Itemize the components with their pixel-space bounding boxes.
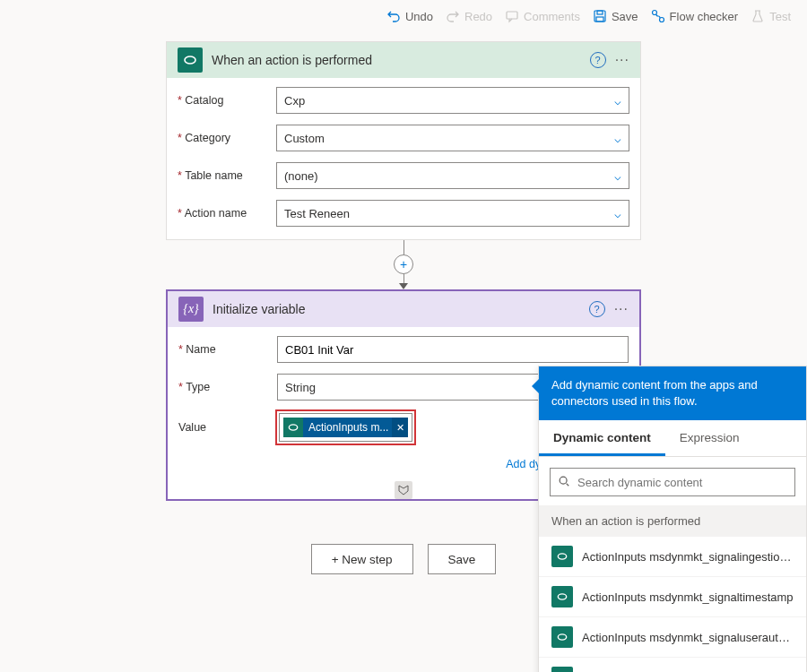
help-icon[interactable]: ? — [589, 301, 605, 317]
table-label: Table name — [178, 169, 276, 182]
dcp-item-label: ActionInputs msdynmkt_signaltimestamp — [582, 590, 794, 604]
svg-rect-2 — [597, 11, 603, 14]
dynamic-content-panel: Add dynamic content from the apps and co… — [538, 366, 807, 672]
dcp-item-label: ActionInputs msdynmkt_signaluserauthid — [582, 631, 794, 644]
dcp-item[interactable]: ActionInputs msdynmkt_signaluserauthid — [539, 617, 806, 658]
catalog-dropdown[interactable]: Cxp⌵ — [276, 87, 629, 114]
dcp-items: ActionInputs msdynmkt_signalingestiontim… — [539, 537, 806, 672]
arrow-down-icon — [399, 283, 408, 289]
dcp-item[interactable]: ActionInputs msdynmkt_signaltimestamp — [539, 577, 806, 617]
action-value: Test Reneen — [284, 207, 350, 220]
save-flow-button[interactable]: Save — [428, 544, 497, 574]
redo-button[interactable]: Redo — [446, 9, 492, 23]
trigger-card[interactable]: When an action is performed ? ··· Catalo… — [166, 41, 641, 240]
value-input[interactable]: ActionInputs m... ✕ — [279, 413, 412, 442]
dcp-header: Add dynamic content from the apps and co… — [539, 366, 806, 420]
more-icon[interactable]: ··· — [614, 301, 629, 317]
svg-point-4 — [652, 11, 656, 15]
flowchecker-icon — [651, 9, 665, 23]
connector-line — [404, 240, 404, 254]
dataverse-icon — [551, 586, 573, 607]
dataverse-icon — [551, 667, 573, 672]
flowchecker-label: Flow checker — [670, 10, 739, 23]
tab-dynamic-content[interactable]: Dynamic content — [539, 420, 665, 456]
tab-expression[interactable]: Expression — [665, 420, 754, 456]
table-value: (none) — [284, 169, 318, 183]
redo-label: Redo — [464, 10, 492, 23]
chevron-down-icon: ⌵ — [614, 169, 621, 183]
test-icon — [751, 9, 765, 23]
save-label: Save — [612, 10, 638, 23]
catalog-value: Cxp — [284, 94, 305, 108]
new-step-button[interactable]: + New step — [311, 544, 413, 574]
comments-label: Comments — [524, 10, 580, 23]
insert-step-button[interactable]: + — [394, 254, 413, 274]
dcp-item[interactable]: ActionInputs msdynmkt_signalingestiontim… — [539, 537, 806, 577]
comments-button[interactable]: Comments — [505, 9, 580, 23]
initvar-header[interactable]: {x} Initialize variable ? ··· — [168, 291, 639, 327]
flowchecker-button[interactable]: Flow checker — [651, 9, 739, 23]
redo-icon — [446, 9, 460, 23]
dcp-item[interactable]: ActionInputs msdynmkt_profileid — [539, 658, 806, 672]
value-label: Value — [178, 421, 277, 434]
chevron-down-icon: ⌵ — [614, 207, 621, 220]
dynamic-token[interactable]: ActionInputs m... ✕ — [283, 418, 408, 437]
dcp-tabs: Dynamic content Expression — [539, 420, 806, 457]
svg-point-5 — [659, 18, 664, 22]
trigger-title: When an action is performed — [203, 53, 590, 67]
search-icon — [558, 475, 570, 490]
chevron-down-icon: ⌵ — [614, 132, 621, 145]
name-label: Name — [178, 343, 277, 356]
svg-rect-0 — [507, 12, 517, 19]
dcp-item-label: ActionInputs msdynmkt_signalingestiontim… — [582, 550, 794, 564]
variable-icon: {x} — [178, 297, 204, 322]
type-value: String — [285, 381, 316, 394]
new-step-label: + New step — [332, 553, 393, 566]
category-value: Custom — [284, 132, 325, 145]
name-input[interactable] — [277, 336, 629, 363]
action-label: Action name — [178, 207, 276, 220]
dcp-section-header: When an action is performed — [539, 505, 806, 537]
table-dropdown[interactable]: (none)⌵ — [276, 162, 629, 189]
trigger-header[interactable]: When an action is performed ? ··· — [167, 42, 640, 78]
hint-icon — [395, 481, 412, 499]
undo-button[interactable]: Undo — [386, 9, 433, 23]
svg-point-6 — [560, 477, 567, 484]
top-toolbar: Undo Redo Comments Save Flow checker Tes… — [386, 4, 791, 29]
initvar-title: Initialize variable — [204, 302, 589, 316]
save-icon — [593, 9, 607, 23]
dataverse-icon — [551, 546, 573, 567]
chevron-down-icon: ⌵ — [614, 94, 621, 108]
name-input-field[interactable] — [285, 343, 620, 357]
dataverse-icon — [551, 626, 573, 648]
more-icon[interactable]: ··· — [615, 52, 629, 68]
dcp-search-input[interactable] — [577, 476, 787, 489]
connector-line — [404, 274, 404, 283]
undo-icon — [386, 9, 401, 23]
test-label: Test — [769, 10, 791, 23]
type-label: Type — [178, 381, 277, 393]
save-flow-label: Save — [448, 553, 476, 566]
category-dropdown[interactable]: Custom⌵ — [276, 125, 629, 151]
comment-icon — [505, 9, 519, 23]
tab-expr-label: Expression — [680, 431, 740, 444]
catalog-label: Catalog — [178, 94, 276, 107]
save-button[interactable]: Save — [593, 9, 638, 23]
dcp-search[interactable] — [550, 468, 795, 496]
dataverse-icon — [283, 418, 303, 437]
action-dropdown[interactable]: Test Reneen⌵ — [276, 200, 629, 227]
test-button[interactable]: Test — [751, 9, 791, 23]
tab-dynamic-label: Dynamic content — [553, 431, 651, 444]
svg-rect-3 — [596, 17, 603, 22]
dataverse-icon — [178, 47, 203, 73]
category-label: Category — [178, 132, 276, 144]
token-remove-icon[interactable]: ✕ — [392, 418, 408, 437]
undo-label: Undo — [405, 10, 433, 23]
token-label: ActionInputs m... — [303, 421, 392, 434]
trigger-body: Catalog Cxp⌵ Category Custom⌵ Table name… — [167, 78, 640, 239]
help-icon[interactable]: ? — [590, 52, 606, 68]
